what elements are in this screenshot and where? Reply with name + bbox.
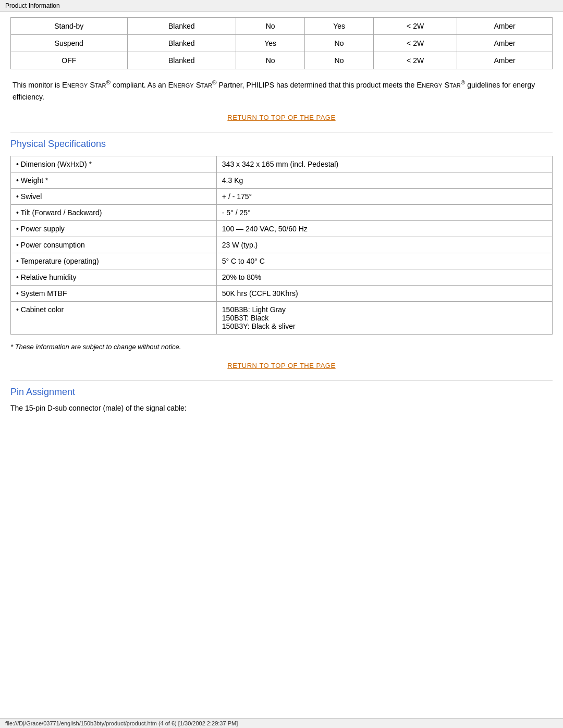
spec-label: • System MTBF <box>11 286 217 302</box>
pin-assignment-title: Pin Assignment <box>10 387 553 398</box>
spec-value: 343 x 342 x 165 mm (incl. Pedestal) <box>216 156 552 172</box>
spec-value: 100 — 240 VAC, 50/60 Hz <box>216 221 552 237</box>
spec-value: 150B3B: Light Gray150B3T: Black150B3Y: B… <box>216 302 552 335</box>
pin-assignment-description: The 15-pin D-sub connector (male) of the… <box>10 404 553 412</box>
spec-value: 50K hrs (CCFL 30Khrs) <box>216 286 552 302</box>
spec-label: • Cabinet color <box>11 302 217 335</box>
spec-value: 5° C to 40° C <box>216 253 552 269</box>
specs-footnote: * These information are subject to chang… <box>10 343 553 351</box>
status-bar: file:///D|/Grace/03771/english/150b3bty/… <box>0 718 563 728</box>
specs-table-row: • Swivel+ / - 175° <box>11 189 553 205</box>
spec-label: • Temperature (operating) <box>11 253 217 269</box>
power-table-row: SuspendBlankedYesNo< 2WAmber <box>11 35 553 52</box>
specs-table-row: • Temperature (operating)5° C to 40° C <box>11 253 553 269</box>
spec-label: • Weight * <box>11 172 217 189</box>
status-bar-path: file:///D|/Grace/03771/english/150b3bty/… <box>5 720 238 726</box>
energy-star-brand-2: Energy Star <box>168 80 212 89</box>
energy-star-brand-1: Energy Star <box>62 80 106 89</box>
physical-specs-table: • Dimension (WxHxD) *343 x 342 x 165 mm … <box>10 156 553 335</box>
top-bar-label: Product Information <box>5 2 60 9</box>
spec-label: • Power consumption <box>11 237 217 253</box>
top-bar: Product Information <box>0 0 563 12</box>
divider-2 <box>10 380 553 380</box>
return-to-top-link-2[interactable]: RETURN TO TOP OF THE PAGE <box>227 362 335 369</box>
spec-label: • Swivel <box>11 189 217 205</box>
energy-star-text: This monitor is Energy Star® compliant. … <box>13 78 550 103</box>
power-table-row: Stand-byBlankedNoYes< 2WAmber <box>11 18 553 35</box>
spec-label: • Tilt (Forward / Backward) <box>11 205 217 221</box>
specs-table-row: • Dimension (WxHxD) *343 x 342 x 165 mm … <box>11 156 553 172</box>
specs-table-row: • Tilt (Forward / Backward)- 5° / 25° <box>11 205 553 221</box>
return-link-container-2: RETURN TO TOP OF THE PAGE <box>10 361 553 369</box>
specs-table-row: • Weight *4.3 Kg <box>11 172 553 189</box>
specs-table-row: • Cabinet color150B3B: Light Gray150B3T:… <box>11 302 553 335</box>
energy-star-brand-3: Energy Star <box>417 80 460 89</box>
return-link-container-1: RETURN TO TOP OF THE PAGE <box>10 113 553 121</box>
physical-specs-title: Physical Specifications <box>10 139 553 150</box>
specs-table-row: • System MTBF50K hrs (CCFL 30Khrs) <box>11 286 553 302</box>
spec-value: 23 W (typ.) <box>216 237 552 253</box>
spec-value: - 5° / 25° <box>216 205 552 221</box>
power-states-table: Stand-byBlankedNoYes< 2WAmberSuspendBlan… <box>10 17 553 69</box>
spec-label: • Dimension (WxHxD) * <box>11 156 217 172</box>
spec-value: + / - 175° <box>216 189 552 205</box>
spec-value: 4.3 Kg <box>216 172 552 189</box>
spec-label: • Power supply <box>11 221 217 237</box>
specs-table-row: • Relative humidity20% to 80% <box>11 269 553 286</box>
power-table-row: OFFBlankedNoNo< 2WAmber <box>11 52 553 69</box>
divider-1 <box>10 132 553 132</box>
spec-label: • Relative humidity <box>11 269 217 286</box>
spec-value: 20% to 80% <box>216 269 552 286</box>
specs-table-row: • Power supply100 — 240 VAC, 50/60 Hz <box>11 221 553 237</box>
return-to-top-link-1[interactable]: RETURN TO TOP OF THE PAGE <box>227 114 335 121</box>
specs-table-row: • Power consumption23 W (typ.) <box>11 237 553 253</box>
